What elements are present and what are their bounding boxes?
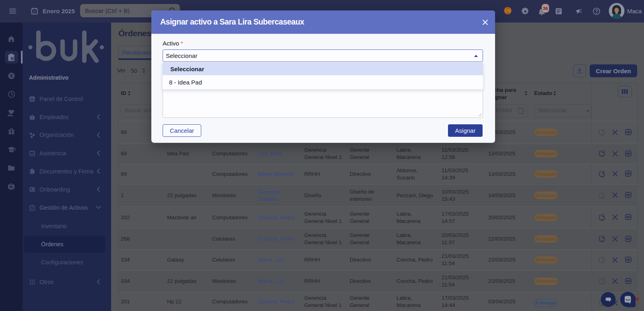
svg-text:$: $ — [10, 73, 13, 78]
